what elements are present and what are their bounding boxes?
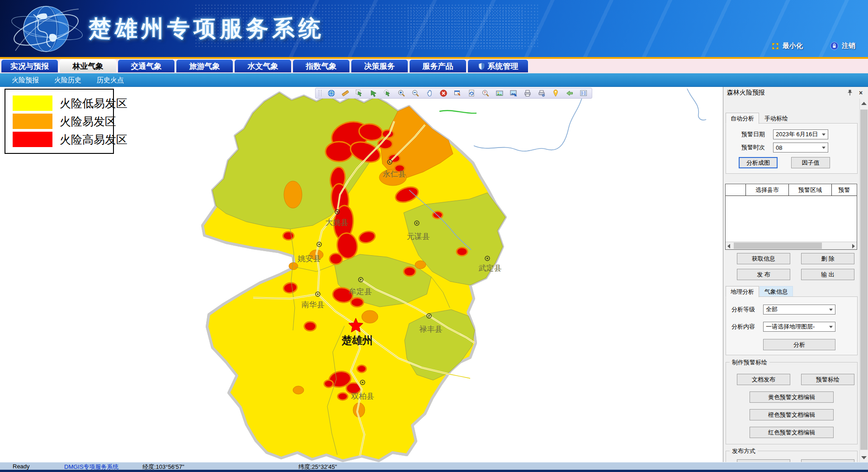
tab-system-admin-label: 系统管理 (488, 61, 519, 72)
select-circle-icon[interactable] (383, 89, 392, 97)
svg-text:永仁县: 永仁县 (383, 170, 406, 178)
warning-date-value: 2023年 6月16日 (776, 130, 818, 138)
panel-tab-auto-analysis[interactable]: 自动分析 (726, 113, 759, 124)
clear-icon[interactable] (439, 89, 448, 97)
table-horizontal-scrollbar[interactable] (726, 242, 857, 249)
delete-button[interactable]: 删 除 (801, 253, 854, 264)
minimize-label: 最小化 (783, 42, 803, 50)
pan-select-icon[interactable] (369, 89, 377, 97)
analysis-level-label: 分析等级 (731, 305, 755, 315)
tab-index[interactable]: 指数气象 (292, 59, 350, 72)
svg-text:大姚县: 大姚县 (326, 218, 349, 227)
tab-traffic[interactable]: 交通气象 (118, 59, 175, 72)
zoom-out-icon[interactable] (411, 89, 420, 97)
table-header-county: 选择县市 (746, 184, 789, 195)
full-extent-icon[interactable] (453, 89, 462, 97)
legend-swatch-medium (13, 114, 52, 129)
shield-icon (478, 62, 485, 70)
red-warning-doc-button[interactable]: 红色预警文档编辑 (750, 427, 834, 438)
identify-icon[interactable]: ? (481, 89, 490, 97)
export-image-icon[interactable] (509, 89, 518, 97)
back-icon[interactable] (566, 89, 574, 97)
bottom-border-strip (0, 470, 868, 472)
factor-value-button[interactable]: 因子值 (791, 157, 830, 168)
svg-text:双柏县: 双柏县 (351, 392, 374, 400)
chevron-down-icon (829, 326, 833, 328)
analysis-content-value: 一请选择地理图层- (766, 323, 815, 331)
warning-plot-button[interactable]: 预警标绘 (801, 374, 854, 385)
tab-decision[interactable]: 决策服务 (351, 59, 408, 72)
doc-publish-button[interactable]: 文档发布 (737, 374, 790, 385)
svg-text:?: ? (484, 91, 486, 95)
warning-time-select[interactable]: 08 (773, 143, 828, 153)
scrollbar-thumb[interactable] (734, 243, 822, 249)
image-icon[interactable] (495, 89, 504, 97)
pan-hand-icon[interactable] (425, 89, 434, 97)
pin-icon[interactable] (552, 89, 560, 97)
refresh-icon[interactable] (467, 89, 476, 97)
tab-system-admin[interactable]: 系统管理 (467, 59, 528, 72)
subtab-history-firespots[interactable]: 历史火点 (97, 76, 124, 85)
tab-forestry[interactable]: 林业气象 (59, 59, 117, 72)
logout-button[interactable]: 注销 (830, 42, 855, 50)
warning-date-select[interactable]: 2023年 6月16日 (773, 129, 828, 139)
panel-title: 森林火险预报 (727, 89, 765, 97)
measure-icon[interactable] (341, 89, 349, 97)
toolbar-grip-handle[interactable] (319, 90, 321, 96)
subtab-fire-history[interactable]: 火险历史 (54, 76, 81, 85)
map-toolbar: ? (315, 88, 592, 99)
close-panel-icon[interactable]: × (857, 89, 864, 96)
export-button[interactable]: 输 出 (801, 269, 854, 280)
pin-panel-icon[interactable] (846, 89, 854, 96)
tab-tourism[interactable]: 旅游气象 (176, 59, 233, 72)
svg-text:元谋县: 元谋县 (407, 232, 430, 241)
publish-button[interactable]: 发 布 (737, 269, 790, 280)
banner-worldmap-texture-2 (407, 6, 524, 50)
scrollbar-thumb[interactable] (860, 110, 868, 450)
scroll-left-icon[interactable] (727, 244, 730, 248)
get-info-button[interactable]: 获取信息 (737, 253, 790, 264)
publish-group-title: 发布方式 (730, 447, 758, 455)
chevron-down-icon (829, 309, 833, 311)
tab-products[interactable]: 服务产品 (409, 59, 467, 72)
tab-live-forecast[interactable]: 实况与预报 (1, 59, 58, 72)
panel-tab-manual-plot[interactable]: 手动标绘 (760, 113, 793, 124)
legend-item-low: 火险低易发区 (13, 94, 113, 112)
green-border-line (439, 110, 476, 113)
legend-item-medium: 火险易发区 (13, 112, 113, 130)
globe-icon[interactable] (327, 89, 335, 97)
analyze-button[interactable]: 分析 (763, 339, 835, 350)
legend-item-high: 火险高易发区 (13, 130, 113, 148)
zoom-in-icon[interactable] (397, 89, 406, 97)
logout-label: 注销 (842, 42, 855, 50)
svg-text:牟定县: 牟定县 (349, 287, 372, 296)
scroll-right-icon[interactable] (852, 244, 855, 248)
warning-table-header: 选择县市 预警区域 预警 (726, 184, 857, 196)
analysis-content-label: 分析内容 (731, 322, 755, 332)
analysis-level-select[interactable]: 全部 (763, 305, 835, 315)
analyze-chart-button[interactable]: 分析成图 (739, 157, 778, 168)
panel-tab-weather-info[interactable]: 气象信息 (760, 286, 793, 297)
app-title: 楚雄州专项服务系统 (89, 14, 325, 44)
panel-vertical-scrollbar[interactable] (859, 99, 868, 462)
select-rectangle-icon[interactable] (355, 89, 363, 97)
tab-hydrology[interactable]: 水文气象 (234, 59, 292, 72)
svg-text:南华县: 南华县 (302, 300, 325, 309)
header-banner: 楚雄州专项服务系统 最小化 注销 (0, 0, 868, 57)
legend-swatch-high (13, 132, 52, 147)
print-icon[interactable] (524, 89, 532, 97)
print-setup-icon[interactable] (538, 89, 546, 97)
panel-body: 自动分析 手动标绘 预警日期 2023年 6月16日 预警时次 08 分析成图 … (723, 99, 859, 462)
table-header-check (726, 184, 746, 195)
analysis-content-select[interactable]: 一请选择地理图层- (763, 322, 835, 332)
orange-warning-doc-button[interactable]: 橙色预警文档编辑 (750, 409, 834, 420)
subtab-fire-forecast[interactable]: 火险预报 (12, 76, 39, 85)
layers-icon[interactable] (580, 89, 588, 97)
main-tab-bar: 实况与预报 林业气象 交通气象 旅游气象 水文气象 指数气象 决策服务 服务产品… (0, 59, 868, 73)
scroll-up-icon[interactable] (861, 102, 867, 105)
warning-table[interactable]: 选择县市 预警区域 预警 (725, 184, 857, 250)
minimize-button[interactable]: 最小化 (771, 42, 803, 50)
scroll-down-icon[interactable] (861, 456, 867, 459)
yellow-warning-doc-button[interactable]: 黄色预警文档编辑 (750, 391, 834, 403)
panel-tab-geo-analysis[interactable]: 地理分析 (726, 286, 759, 297)
